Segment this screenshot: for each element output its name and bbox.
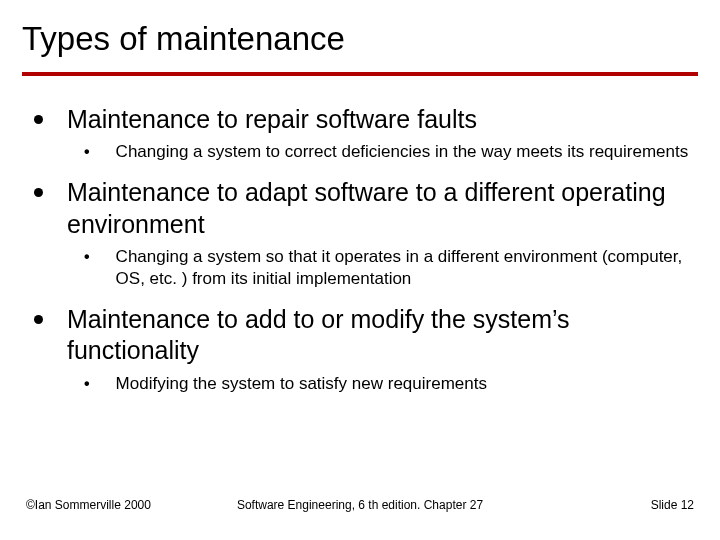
bullet-icon [34,115,43,124]
list-subitem-text: Changing a system so that it operates in… [116,246,698,290]
list-subitem-text: Modifying the system to satisfy new requ… [116,373,487,395]
list-subitem: • Modifying the system to satisfy new re… [24,373,698,395]
slide: Types of maintenance Maintenance to repa… [0,0,720,540]
list-item: Maintenance to adapt software to a diffe… [24,177,698,240]
bullet-icon: • [84,375,90,393]
list-item-text: Maintenance to adapt software to a diffe… [67,177,698,240]
bullet-icon: • [84,248,90,266]
footer-right: Slide 12 [651,498,694,512]
list-item: Maintenance to repair software faults [24,104,698,135]
slide-body: Maintenance to repair software faults • … [22,76,698,395]
bullet-icon [34,315,43,324]
list-subitem: • Changing a system to correct deficienc… [24,141,698,163]
footer-left: ©Ian Sommerville 2000 [26,498,151,512]
bullet-icon: • [84,143,90,161]
list-item-text: Maintenance to add to or modify the syst… [67,304,698,367]
list-subitem: • Changing a system so that it operates … [24,246,698,290]
bullet-icon [34,188,43,197]
slide-footer: ©Ian Sommerville 2000 Software Engineeri… [0,498,720,512]
list-subitem-text: Changing a system to correct deficiencie… [116,141,689,163]
slide-title: Types of maintenance [22,20,698,68]
list-item: Maintenance to add to or modify the syst… [24,304,698,367]
list-item-text: Maintenance to repair software faults [67,104,477,135]
